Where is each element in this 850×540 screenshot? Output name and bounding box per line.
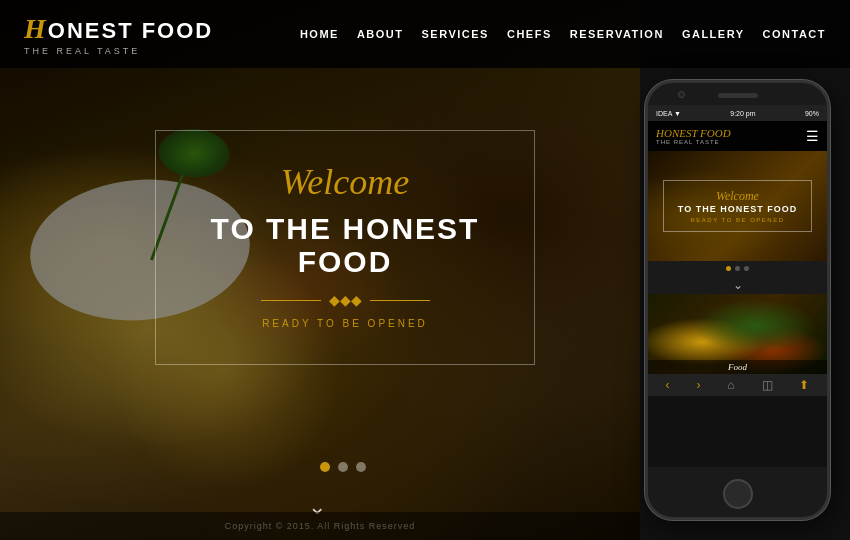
phone-mockup: IDEA ▼ 9:20 pm 90% HONEST FOOD THE REAL … [645,80,830,520]
footer-bar: Copyright © 2015. All Rights Reserved [0,512,640,540]
phone-dot-2[interactable] [735,266,740,271]
header: HONEST FOOD THE REAL TASTE HOME ABOUT SE… [0,0,850,68]
phone-screen: IDEA ▼ 9:20 pm 90% HONEST FOOD THE REAL … [648,105,827,467]
back-icon[interactable]: ‹ [665,378,669,392]
phone-welcome-text: Welcome [678,189,797,204]
nav-about[interactable]: ABOUT [357,28,404,40]
slide-dots [320,462,366,472]
phone-logo: HONEST FOOD [656,127,731,139]
dot-1[interactable] [320,462,330,472]
home-icon[interactable]: ⌂ [727,378,734,392]
phone-logo-name: ONEST FOOD [664,127,731,139]
phone-chevron-icon[interactable]: ⌄ [648,276,827,294]
hamburger-menu-icon[interactable]: ☰ [806,128,819,144]
phone-logo-subtitle: THE REAL TASTE [656,139,731,145]
nav-services[interactable]: SERVICES [422,28,489,40]
phone-browser-bar: ‹ › ⌂ ◫ ⬆ [648,374,827,396]
phone-food-label: Food [648,360,827,374]
phone-camera [678,91,685,98]
phone-carrier: IDEA ▼ [656,110,681,117]
nav-chefs[interactable]: CHEFS [507,28,552,40]
hero-divider: ◆◆◆ [196,292,494,308]
phone-status-bar: IDEA ▼ 9:20 pm 90% [648,105,827,121]
logo: HONEST FOOD THE REAL TASTE [24,13,213,56]
dot-3[interactable] [356,462,366,472]
phone-frame: IDEA ▼ 9:20 pm 90% HONEST FOOD THE REAL … [645,80,830,520]
hero-content-box: Welcome TO THE HONEST FOOD ◆◆◆ READY TO … [155,130,535,365]
phone-hero-subtitle: READY TO BE OPENED [678,217,797,223]
bookmarks-icon[interactable]: ◫ [762,378,773,392]
divider-line-right [370,300,430,301]
phone-home-button[interactable] [723,479,753,509]
phone-dot-3[interactable] [744,266,749,271]
nav-reservation[interactable]: RESERVATION [570,28,664,40]
divider-line-left [261,300,321,301]
nav-gallery[interactable]: GALLERY [682,28,745,40]
phone-logo-letter: H [656,127,664,139]
share-icon[interactable]: ⬆ [799,378,809,392]
phone-speaker [718,93,758,98]
phone-food-image: Food [648,294,827,374]
phone-battery: 90% [805,110,819,117]
phone-dot-1[interactable] [726,266,731,271]
nav-home[interactable]: HOME [300,28,339,40]
hero-section: Welcome TO THE HONEST FOOD ◆◆◆ READY TO … [0,0,850,540]
logo-subtitle: THE REAL TASTE [24,46,213,56]
phone-slide-dots [648,261,827,276]
main-nav: HOME ABOUT SERVICES CHEFS RESERVATION GA… [300,28,826,40]
forward-icon[interactable]: › [696,378,700,392]
dot-2[interactable] [338,462,348,472]
hero-main-title: TO THE HONEST FOOD [196,212,494,278]
hero-subtitle: READY TO BE OPENED [196,318,494,329]
phone-food-section: Food [648,294,827,374]
phone-time: 9:20 pm [730,110,755,117]
nav-contact[interactable]: CONTACT [763,28,826,40]
phone-logo-area: HONEST FOOD THE REAL TASTE [656,127,731,145]
logo-title: HONEST FOOD [24,13,213,45]
phone-hero-content: Welcome TO THE HONEST FOOD READY TO BE O… [663,180,812,232]
welcome-text: Welcome [196,161,494,204]
phone-hero-title: TO THE HONEST FOOD [678,204,797,214]
logo-letter: H [24,13,48,44]
copyright-text: Copyright © 2015. All Rights Reserved [225,521,416,531]
phone-nav: HONEST FOOD THE REAL TASTE ☰ [648,121,827,151]
diamond-icon: ◆◆◆ [329,292,362,308]
phone-hero: Welcome TO THE HONEST FOOD READY TO BE O… [648,151,827,261]
